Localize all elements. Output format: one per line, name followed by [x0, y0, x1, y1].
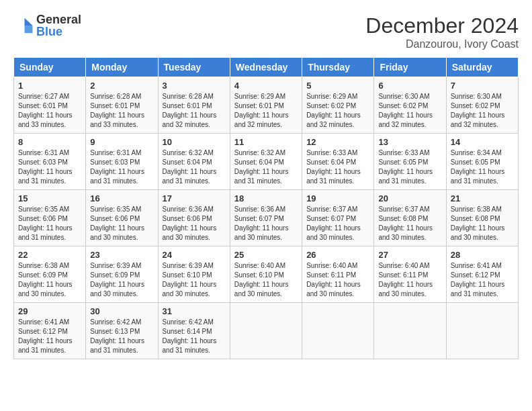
header-day-wednesday: Wednesday: [230, 58, 302, 77]
day-number: 6: [378, 81, 441, 91]
calendar-cell[interactable]: 9Sunrise: 6:31 AMSunset: 6:03 PMDaylight…: [86, 134, 158, 190]
cell-info: Sunrise: 6:40 AMSunset: 6:11 PMDaylight:…: [378, 261, 441, 299]
day-number: 13: [378, 137, 441, 147]
calendar-cell[interactable]: 15Sunrise: 6:35 AMSunset: 6:06 PMDayligh…: [14, 190, 86, 246]
day-number: 7: [451, 81, 514, 91]
cell-info: Sunrise: 6:41 AMSunset: 6:12 PMDaylight:…: [451, 261, 514, 299]
day-number: 12: [306, 137, 369, 147]
logo-text: General Blue: [36, 13, 81, 38]
calendar-cell[interactable]: 2Sunrise: 6:28 AMSunset: 6:01 PMDaylight…: [86, 77, 158, 134]
header-day-friday: Friday: [374, 58, 446, 77]
day-number: 4: [234, 81, 298, 91]
calendar-cell[interactable]: 18Sunrise: 6:36 AMSunset: 6:07 PMDayligh…: [230, 190, 302, 246]
calendar-cell[interactable]: 22Sunrise: 6:38 AMSunset: 6:09 PMDayligh…: [14, 246, 86, 303]
calendar-cell[interactable]: 24Sunrise: 6:39 AMSunset: 6:10 PMDayligh…: [158, 246, 230, 303]
calendar-cell[interactable]: 12Sunrise: 6:33 AMSunset: 6:04 PMDayligh…: [302, 134, 374, 190]
day-number: 21: [451, 193, 514, 203]
day-number: 1: [18, 81, 81, 91]
calendar-cell[interactable]: 8Sunrise: 6:31 AMSunset: 6:03 PMDaylight…: [14, 134, 86, 190]
cell-info: Sunrise: 6:31 AMSunset: 6:03 PMDaylight:…: [18, 148, 81, 186]
day-number: 27: [378, 250, 441, 260]
day-number: 22: [18, 250, 81, 260]
calendar-cell[interactable]: 16Sunrise: 6:35 AMSunset: 6:06 PMDayligh…: [86, 190, 158, 246]
calendar-cell[interactable]: 23Sunrise: 6:39 AMSunset: 6:09 PMDayligh…: [86, 246, 158, 303]
calendar-cell[interactable]: 25Sunrise: 6:40 AMSunset: 6:10 PMDayligh…: [230, 246, 302, 303]
calendar-cell[interactable]: 5Sunrise: 6:29 AMSunset: 6:02 PMDaylight…: [302, 77, 374, 134]
calendar-cell[interactable]: 14Sunrise: 6:34 AMSunset: 6:05 PMDayligh…: [446, 134, 518, 190]
calendar-cell[interactable]: 20Sunrise: 6:37 AMSunset: 6:08 PMDayligh…: [374, 190, 446, 246]
calendar-body: 1Sunrise: 6:27 AMSunset: 6:01 PMDaylight…: [14, 77, 519, 359]
cell-info: Sunrise: 6:28 AMSunset: 6:01 PMDaylight:…: [163, 92, 226, 130]
cell-info: Sunrise: 6:37 AMSunset: 6:08 PMDaylight:…: [378, 205, 441, 242]
day-number: 11: [234, 137, 298, 147]
cell-info: Sunrise: 6:33 AMSunset: 6:05 PMDaylight:…: [378, 148, 441, 186]
cell-info: Sunrise: 6:36 AMSunset: 6:06 PMDaylight:…: [163, 205, 226, 242]
day-number: 10: [163, 137, 226, 147]
cell-info: Sunrise: 6:42 AMSunset: 6:14 PMDaylight:…: [163, 318, 226, 355]
main-title: December 2024: [365, 13, 519, 38]
svg-marker-1: [25, 26, 33, 33]
header-day-thursday: Thursday: [302, 58, 374, 77]
week-row-3: 15Sunrise: 6:35 AMSunset: 6:06 PMDayligh…: [14, 190, 519, 246]
week-row-1: 1Sunrise: 6:27 AMSunset: 6:01 PMDaylight…: [14, 77, 519, 134]
cell-info: Sunrise: 6:39 AMSunset: 6:09 PMDaylight:…: [90, 261, 153, 299]
header-row: SundayMondayTuesdayWednesdayThursdayFrid…: [14, 58, 519, 77]
calendar-cell[interactable]: 6Sunrise: 6:30 AMSunset: 6:02 PMDaylight…: [374, 77, 446, 134]
calendar-cell[interactable]: 4Sunrise: 6:29 AMSunset: 6:01 PMDaylight…: [230, 77, 302, 134]
week-row-5: 29Sunrise: 6:41 AMSunset: 6:12 PMDayligh…: [14, 303, 519, 359]
day-number: 26: [306, 250, 369, 260]
calendar-cell[interactable]: 17Sunrise: 6:36 AMSunset: 6:06 PMDayligh…: [158, 190, 230, 246]
calendar-cell[interactable]: [374, 303, 446, 359]
cell-info: Sunrise: 6:35 AMSunset: 6:06 PMDaylight:…: [90, 205, 153, 242]
cell-info: Sunrise: 6:30 AMSunset: 6:02 PMDaylight:…: [451, 92, 514, 130]
day-number: 30: [90, 306, 153, 316]
calendar-cell[interactable]: [230, 303, 302, 359]
logo-icon: [13, 15, 34, 36]
day-number: 9: [90, 137, 153, 147]
cell-info: Sunrise: 6:38 AMSunset: 6:09 PMDaylight:…: [18, 261, 81, 299]
calendar-cell[interactable]: 1Sunrise: 6:27 AMSunset: 6:01 PMDaylight…: [14, 77, 86, 134]
day-number: 29: [18, 306, 81, 316]
calendar-cell[interactable]: 11Sunrise: 6:32 AMSunset: 6:04 PMDayligh…: [230, 134, 302, 190]
day-number: 16: [90, 193, 153, 203]
calendar-cell[interactable]: 13Sunrise: 6:33 AMSunset: 6:05 PMDayligh…: [374, 134, 446, 190]
cell-info: Sunrise: 6:27 AMSunset: 6:01 PMDaylight:…: [18, 92, 81, 130]
day-number: 20: [378, 193, 441, 203]
calendar-cell[interactable]: 19Sunrise: 6:37 AMSunset: 6:07 PMDayligh…: [302, 190, 374, 246]
header-day-sunday: Sunday: [14, 58, 86, 77]
calendar-cell[interactable]: 30Sunrise: 6:42 AMSunset: 6:13 PMDayligh…: [86, 303, 158, 359]
cell-info: Sunrise: 6:40 AMSunset: 6:10 PMDaylight:…: [234, 261, 298, 299]
calendar-cell[interactable]: 10Sunrise: 6:32 AMSunset: 6:04 PMDayligh…: [158, 134, 230, 190]
day-number: 25: [234, 250, 298, 260]
calendar-cell[interactable]: 29Sunrise: 6:41 AMSunset: 6:12 PMDayligh…: [14, 303, 86, 359]
page-header: General Blue December 2024 Danzourou, Iv…: [13, 13, 519, 50]
cell-info: Sunrise: 6:36 AMSunset: 6:07 PMDaylight:…: [234, 205, 298, 242]
week-row-4: 22Sunrise: 6:38 AMSunset: 6:09 PMDayligh…: [14, 246, 519, 303]
calendar-cell[interactable]: 28Sunrise: 6:41 AMSunset: 6:12 PMDayligh…: [446, 246, 518, 303]
calendar-cell[interactable]: 3Sunrise: 6:28 AMSunset: 6:01 PMDaylight…: [158, 77, 230, 134]
cell-info: Sunrise: 6:38 AMSunset: 6:08 PMDaylight:…: [451, 205, 514, 242]
calendar-cell[interactable]: 31Sunrise: 6:42 AMSunset: 6:14 PMDayligh…: [158, 303, 230, 359]
cell-info: Sunrise: 6:35 AMSunset: 6:06 PMDaylight:…: [18, 205, 81, 242]
calendar-cell[interactable]: 7Sunrise: 6:30 AMSunset: 6:02 PMDaylight…: [446, 77, 518, 134]
cell-info: Sunrise: 6:34 AMSunset: 6:05 PMDaylight:…: [451, 148, 514, 186]
calendar-cell[interactable]: [302, 303, 374, 359]
day-number: 19: [306, 193, 369, 203]
day-number: 28: [451, 250, 514, 260]
calendar-header: SundayMondayTuesdayWednesdayThursdayFrid…: [14, 58, 519, 77]
calendar-cell[interactable]: 27Sunrise: 6:40 AMSunset: 6:11 PMDayligh…: [374, 246, 446, 303]
calendar-cell[interactable]: [446, 303, 518, 359]
logo: General Blue: [13, 13, 81, 38]
day-number: 17: [163, 193, 226, 203]
cell-info: Sunrise: 6:41 AMSunset: 6:12 PMDaylight:…: [18, 318, 81, 355]
cell-info: Sunrise: 6:32 AMSunset: 6:04 PMDaylight:…: [234, 148, 298, 186]
calendar-cell[interactable]: 26Sunrise: 6:40 AMSunset: 6:11 PMDayligh…: [302, 246, 374, 303]
day-number: 2: [90, 81, 153, 91]
calendar-cell[interactable]: 21Sunrise: 6:38 AMSunset: 6:08 PMDayligh…: [446, 190, 518, 246]
header-day-monday: Monday: [86, 58, 158, 77]
day-number: 3: [163, 81, 226, 91]
day-number: 24: [163, 250, 226, 260]
day-number: 18: [234, 193, 298, 203]
cell-info: Sunrise: 6:37 AMSunset: 6:07 PMDaylight:…: [306, 205, 369, 242]
calendar: SundayMondayTuesdayWednesdayThursdayFrid…: [13, 57, 519, 359]
